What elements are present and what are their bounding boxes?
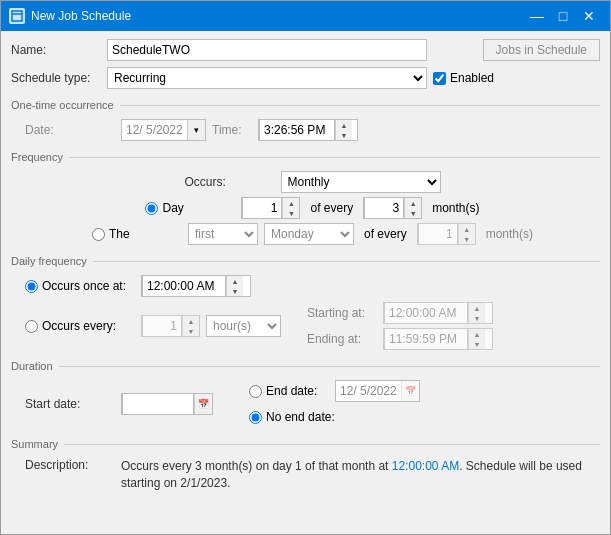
occurs-once-up-button[interactable]: ▲	[227, 276, 243, 286]
end-date-label: End date:	[266, 384, 317, 398]
duration-inner: Start date: 📅 End date: 📅	[11, 380, 600, 428]
summary-section-label: Summary	[11, 438, 58, 450]
end-date-picker-button[interactable]: 📅	[401, 381, 419, 401]
starting-at-input[interactable]	[384, 302, 468, 324]
every2-spinner-buttons: ▲ ▼	[458, 224, 475, 244]
the-first-select[interactable]: first second third fourth last	[188, 223, 258, 245]
ending-at-input[interactable]	[384, 328, 468, 350]
time-input[interactable]	[259, 119, 335, 141]
one-time-row: Date: ▾ Time: ▲ ▼	[11, 119, 600, 141]
one-time-section-label: One-time occurrence	[11, 99, 114, 111]
start-date-input[interactable]	[122, 393, 194, 415]
name-input[interactable]	[107, 39, 427, 61]
date-input[interactable]	[122, 120, 187, 140]
time-spinner: ▲ ▼	[258, 119, 358, 141]
starting-at-spinner: ▲ ▼	[383, 302, 493, 324]
starting-at-spinner-buttons: ▲ ▼	[468, 303, 485, 323]
occurs-once-row: Occurs once at: ▲ ▼	[25, 275, 600, 297]
daily-freq-section-label: Daily frequency	[11, 255, 87, 267]
every-down-button[interactable]: ▼	[405, 208, 421, 218]
occurs-select[interactable]: Daily Weekly Monthly	[281, 171, 441, 193]
every-up-button[interactable]: ▲	[405, 198, 421, 208]
divider-line-2	[69, 157, 600, 158]
day-up-button[interactable]: ▲	[283, 198, 299, 208]
summary-section-divider: Summary	[11, 438, 600, 450]
time-up-button[interactable]: ▲	[336, 120, 352, 130]
title-buttons: — □ ✕	[524, 3, 602, 29]
maximize-button[interactable]: □	[550, 3, 576, 29]
occurs-row: Occurs: Daily Weekly Monthly	[185, 171, 441, 193]
occurs-every-text: Occurs every:	[42, 319, 116, 333]
occurs-once-spinner-buttons: ▲ ▼	[226, 276, 243, 296]
time-down-button[interactable]: ▼	[336, 130, 352, 140]
end-date-input[interactable]	[336, 381, 401, 401]
title-bar: New Job Schedule — □ ✕	[1, 1, 610, 31]
day-label: Day	[162, 201, 183, 215]
every2-up-button[interactable]: ▲	[459, 224, 475, 234]
ending-at-label: Ending at:	[307, 332, 377, 346]
starting-at-row: Starting at: ▲ ▼	[307, 302, 493, 324]
end-date-row: End date: 📅	[249, 380, 420, 402]
no-end-date-radio[interactable]	[249, 411, 262, 424]
the-day-select[interactable]: Sunday Monday Tuesday Wednesday Thursday…	[264, 223, 354, 245]
enabled-checkbox[interactable]	[433, 72, 446, 85]
every2-value-input[interactable]	[418, 223, 458, 245]
every2-down-button[interactable]: ▼	[459, 234, 475, 244]
occurs-every-unit-select[interactable]: hour(s) minute(s) second(s)	[206, 315, 281, 337]
description-label: Description:	[25, 458, 115, 472]
frequency-section-divider: Frequency	[11, 151, 600, 163]
description-highlight: 12:00:00 AM	[392, 459, 459, 473]
frequency-section-label: Frequency	[11, 151, 63, 163]
start-date-picker-button[interactable]: 📅	[194, 394, 212, 414]
date-input-wrapper: ▾	[121, 119, 206, 141]
day-radio[interactable]	[145, 202, 158, 215]
enabled-label: Enabled	[450, 71, 494, 85]
occurs-once-spinner: ▲ ▼	[141, 275, 251, 297]
day-down-button[interactable]: ▼	[283, 208, 299, 218]
schedule-type-select[interactable]: One time Recurring	[107, 67, 427, 89]
the-label: The	[109, 227, 130, 241]
close-button[interactable]: ✕	[576, 3, 602, 29]
date-picker-button[interactable]: ▾	[187, 120, 205, 140]
occurs-once-input[interactable]	[142, 275, 226, 297]
day-row: Day ▲ ▼ of every ▲ ▼ mont	[145, 197, 479, 219]
end-date-wrapper: 📅	[335, 380, 420, 402]
every-spinner: ▲ ▼	[363, 197, 422, 219]
end-date-radio-label: End date:	[249, 384, 329, 398]
day-value-input[interactable]	[242, 197, 282, 219]
occurs-every-input[interactable]	[142, 315, 182, 337]
window-title: New Job Schedule	[31, 9, 518, 23]
divider-line-5	[64, 444, 600, 445]
starting-at-up-button[interactable]: ▲	[469, 303, 485, 313]
the-radio[interactable]	[92, 228, 105, 241]
occurs-every-down-button[interactable]: ▼	[183, 326, 199, 336]
schedule-type-label: Schedule type:	[11, 71, 101, 85]
starting-at-down-button[interactable]: ▼	[469, 313, 485, 323]
occurs-label: Occurs:	[185, 175, 275, 189]
starting-ending-column: Starting at: ▲ ▼ Ending at:	[307, 302, 493, 350]
schedule-type-row: Schedule type: One time Recurring Enable…	[11, 67, 600, 89]
end-date-radio[interactable]	[249, 385, 262, 398]
date-label: Date:	[25, 123, 115, 137]
occurs-once-down-button[interactable]: ▼	[227, 286, 243, 296]
occurs-every-up-button[interactable]: ▲	[183, 316, 199, 326]
duration-row: Start date: 📅 End date: 📅	[25, 380, 600, 428]
minimize-button[interactable]: —	[524, 3, 550, 29]
every-value-input[interactable]	[364, 197, 404, 219]
summary-row: Description: Occurs every 3 month(s) on …	[11, 458, 600, 492]
main-window: New Job Schedule — □ ✕ Name: Jobs in Sch…	[0, 0, 611, 535]
ending-at-row: Ending at: ▲ ▼	[307, 328, 493, 350]
occurs-once-radio[interactable]	[25, 280, 38, 293]
divider-line-3	[93, 261, 600, 262]
occurs-once-text: Occurs once at:	[42, 279, 126, 293]
ending-at-down-button[interactable]: ▼	[469, 339, 485, 349]
start-date-label: Start date:	[25, 397, 115, 411]
every-spinner-buttons: ▲ ▼	[404, 198, 421, 218]
jobs-in-schedule-button[interactable]: Jobs in Schedule	[483, 39, 600, 61]
divider-line-4	[59, 366, 600, 367]
the-radio-label: The	[92, 227, 182, 241]
description-text-1: Occurs every 3 month(s) on day 1 of that…	[121, 459, 392, 473]
frequency-inner: Occurs: Daily Weekly Monthly Day ▲ ▼	[11, 171, 600, 245]
ending-at-up-button[interactable]: ▲	[469, 329, 485, 339]
occurs-every-radio[interactable]	[25, 320, 38, 333]
